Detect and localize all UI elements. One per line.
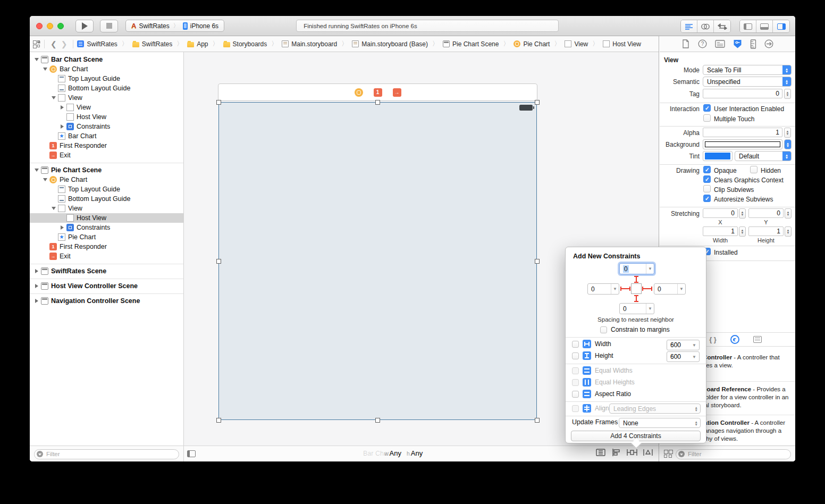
stretch-x-stepper[interactable]: ▲▼ — [739, 208, 746, 219]
size-inspector-tab[interactable] — [750, 39, 756, 49]
multiple-touch-checkbox[interactable] — [703, 114, 711, 122]
size-class-control[interactable]: wAny hAny — [384, 449, 423, 457]
connections-inspector-tab[interactable] — [764, 39, 773, 48]
outline-row-view[interactable]: View — [30, 103, 183, 112]
outline-row-first-responder[interactable]: First Responder — [30, 141, 183, 150]
run-button[interactable] — [75, 20, 94, 32]
standard-editor-button[interactable] — [681, 20, 697, 32]
tag-stepper[interactable]: ▲▼ — [784, 89, 791, 99]
opaque-checkbox[interactable] — [703, 166, 711, 173]
resize-handle-top-center[interactable] — [375, 100, 380, 105]
identity-inspector-tab[interactable] — [715, 40, 725, 48]
disclosure-triangle-icon[interactable] — [34, 269, 39, 273]
resize-handle-top-left[interactable] — [216, 100, 221, 105]
add-new-constraints-button[interactable] — [626, 448, 638, 457]
disclosure-triangle-icon[interactable] — [34, 299, 39, 303]
stretch-height-stepper[interactable]: ▲▼ — [785, 226, 792, 237]
toggle-navigator-button[interactable] — [740, 20, 756, 32]
constrain-to-margins-checkbox[interactable] — [600, 326, 607, 333]
resize-handle-bottom-center[interactable] — [375, 418, 380, 423]
exit-icon[interactable] — [393, 88, 401, 97]
outline-row-pie-chart[interactable]: Pie Chart — [30, 232, 183, 242]
disclosure-triangle-icon[interactable] — [51, 96, 56, 99]
attributes-inspector-tab-selected[interactable] — [733, 39, 742, 49]
align-popup[interactable]: Leading Edges▲▼ — [609, 404, 701, 414]
toggle-document-outline-button[interactable] — [187, 450, 196, 457]
update-frames-popup[interactable]: None▲▼ — [619, 418, 701, 428]
width-value-combo[interactable]: 600▼ — [667, 340, 700, 350]
version-editor-button[interactable] — [714, 20, 730, 32]
aspect-ratio-checkbox[interactable] — [572, 391, 579, 398]
user-interaction-checkbox[interactable] — [703, 104, 711, 112]
breadcrumb-item[interactable]: Pie Chart — [513, 40, 550, 48]
outline-row-host-view[interactable]: Host View — [30, 213, 183, 223]
stretch-width-field[interactable]: 1 — [703, 226, 738, 236]
outline-row-host-view-controller-scene[interactable]: Host View Controller Scene — [30, 281, 183, 291]
outline-row-pie-chart[interactable]: Pie Chart — [30, 175, 183, 184]
breadcrumb-item[interactable]: SwiftRates — [132, 40, 172, 48]
disclosure-triangle-icon[interactable] — [34, 169, 39, 172]
outline-row-pie-chart-scene[interactable]: Pie Chart Scene — [30, 165, 183, 175]
tint-color-well[interactable] — [703, 151, 733, 161]
outline-filter-input[interactable] — [34, 449, 179, 459]
forward-button[interactable]: ❯ — [59, 40, 70, 48]
library-filter-input[interactable] — [676, 449, 791, 459]
stop-button[interactable] — [100, 20, 118, 32]
close-window-button[interactable] — [36, 23, 43, 29]
outline-row-bar-chart[interactable]: Bar Chart — [30, 64, 183, 74]
stretch-y-stepper[interactable]: ▲▼ — [785, 208, 792, 219]
autoresize-checkbox[interactable] — [703, 195, 711, 202]
background-color-well[interactable] — [703, 139, 782, 149]
disclosure-triangle-icon[interactable] — [60, 124, 65, 129]
breadcrumb-item[interactable]: App — [187, 40, 208, 48]
embed-in-stack-button[interactable] — [595, 448, 606, 457]
alpha-stepper[interactable]: ▲▼ — [784, 128, 791, 138]
scheme-selector[interactable]: A SwiftRates 〉 iPhone 6s — [125, 20, 224, 32]
outline-row-top-layout-guide[interactable]: Top Layout Guide — [30, 184, 183, 194]
breadcrumb-item[interactable]: Main.storyboard (Base) — [352, 40, 428, 48]
breadcrumb-item[interactable]: Main.storyboard — [282, 40, 337, 48]
toggle-debug-area-button[interactable] — [756, 20, 773, 32]
left-spacing-combo[interactable]: 0▼ — [587, 283, 619, 295]
disclosure-triangle-icon[interactable] — [34, 284, 39, 288]
code-snippets-library-tab[interactable]: { } — [709, 335, 717, 343]
clears-graphics-checkbox[interactable] — [703, 175, 711, 183]
outline-row-swiftrates-scene[interactable]: SwiftRates Scene — [30, 266, 183, 276]
width-checkbox[interactable] — [572, 341, 579, 348]
bottom-constraint-beam[interactable] — [636, 295, 637, 302]
stretch-x-field[interactable]: 0 — [703, 208, 738, 218]
resize-handle-middle-left[interactable] — [216, 259, 221, 264]
toggle-inspectors-button[interactable] — [773, 20, 789, 32]
right-spacing-combo[interactable]: 0▼ — [654, 283, 686, 295]
media-library-tab[interactable] — [753, 336, 762, 343]
breadcrumb-item[interactable]: Host View — [603, 40, 641, 48]
outline-row-exit[interactable]: Exit — [30, 251, 183, 261]
mode-popup[interactable]: Scale To Fill▲▼ — [703, 65, 792, 75]
outline-row-host-view[interactable]: Host View — [30, 112, 183, 122]
outline-row-bar-chart-scene[interactable]: Bar Chart Scene — [30, 55, 183, 64]
height-value-combo[interactable]: 600▼ — [667, 351, 700, 362]
alpha-field[interactable]: 1 — [703, 128, 782, 137]
outline-row-navigation-controller-scene[interactable]: Navigation Controller Scene — [30, 296, 183, 306]
equal-heights-checkbox[interactable] — [572, 379, 579, 386]
height-checkbox[interactable] — [572, 352, 579, 359]
outline-row-bottom-layout-guide[interactable]: Bottom Layout Guide — [30, 83, 183, 93]
top-constraint-beam[interactable] — [636, 276, 637, 283]
disclosure-triangle-icon[interactable] — [60, 225, 65, 230]
library-grid-view-icon[interactable] — [664, 450, 672, 458]
left-constraint-beam[interactable] — [620, 288, 630, 289]
outline-row-exit[interactable]: Exit — [30, 150, 183, 160]
stretch-height-field[interactable]: 1 — [748, 226, 784, 236]
stretch-y-field[interactable]: 0 — [748, 208, 784, 218]
outline-row-top-layout-guide[interactable]: Top Layout Guide — [30, 74, 183, 83]
file-inspector-tab[interactable] — [681, 39, 690, 48]
minimize-window-button[interactable] — [47, 23, 53, 29]
resolve-auto-layout-issues-button[interactable] — [643, 448, 653, 457]
top-spacing-combo[interactable]: 0▼ — [619, 263, 654, 274]
equal-widths-checkbox[interactable] — [572, 367, 579, 374]
tag-field[interactable]: 0 — [703, 89, 782, 98]
back-button[interactable]: ❮ — [48, 40, 59, 48]
first-responder-icon[interactable] — [374, 88, 382, 97]
background-color-popup[interactable]: ▲▼ — [784, 139, 792, 149]
outline-row-bar-chart[interactable]: Bar Chart — [30, 131, 183, 141]
